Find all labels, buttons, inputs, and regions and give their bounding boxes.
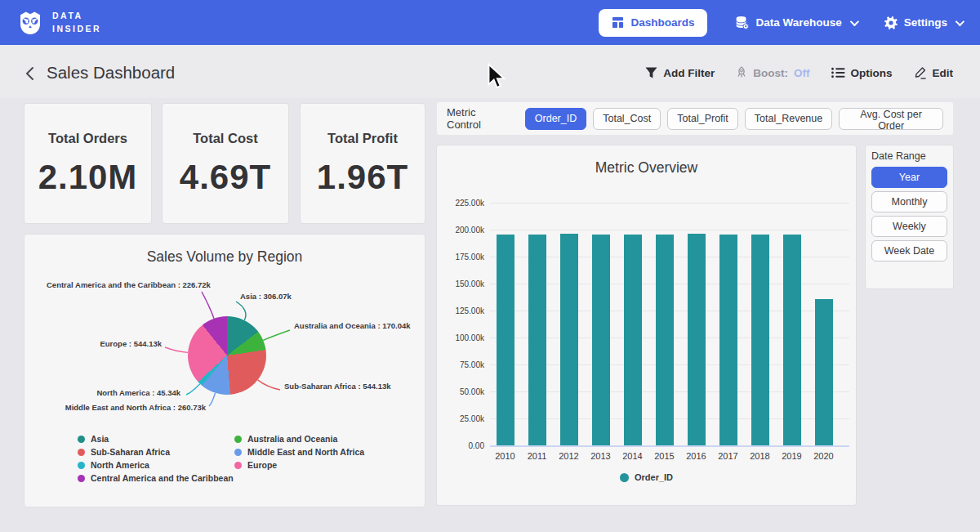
rocket-icon bbox=[736, 66, 747, 79]
legend-dot-icon bbox=[78, 462, 85, 469]
legend-label: Europe bbox=[247, 460, 277, 470]
x-axis-tick-label: 2018 bbox=[744, 451, 776, 461]
pie-callout-label: Europe : 544.13k bbox=[98, 339, 162, 348]
kpi-value: 1.96T bbox=[317, 158, 408, 197]
y-axis-tick-label: 25.00k bbox=[442, 414, 484, 423]
legend-item[interactable]: North America bbox=[78, 460, 234, 470]
x-axis-tick-label: 2016 bbox=[680, 451, 712, 461]
date-range-option-monthly[interactable]: Monthly bbox=[871, 191, 947, 212]
bar-2019 bbox=[783, 235, 801, 445]
owl-logo-icon bbox=[18, 11, 42, 35]
nav-settings[interactable]: Settings bbox=[884, 16, 962, 29]
legend-item[interactable]: Europe bbox=[234, 460, 364, 470]
legend-dot-icon bbox=[78, 475, 85, 482]
brand-text: DATA INSIDER bbox=[52, 10, 101, 34]
y-axis-tick-label: 225.00k bbox=[442, 199, 484, 208]
legend-dot-icon bbox=[620, 473, 629, 482]
legend-label: Order_ID bbox=[635, 472, 673, 482]
date-range-option-week-date[interactable]: Week Date bbox=[871, 240, 947, 262]
x-axis-tick-label: 2014 bbox=[617, 451, 648, 461]
legend-label: Central America and the Caribbean bbox=[91, 473, 234, 483]
y-axis-tick-label: 200.00k bbox=[442, 226, 484, 235]
nav-dashboards-button[interactable]: Dashboards bbox=[599, 9, 707, 37]
metric-control-label: Metric Control bbox=[447, 106, 512, 131]
y-axis-tick-label: 0.00 bbox=[442, 441, 484, 450]
metric-option-avg-cost-per-order[interactable]: Avg. Cost per Order bbox=[839, 108, 943, 130]
metric-option-total-cost[interactable]: Total_Cost bbox=[593, 108, 661, 130]
gear-icon bbox=[884, 16, 898, 29]
kpi-value: 2.10M bbox=[38, 158, 138, 197]
edit-button[interactable]: Edit bbox=[914, 66, 954, 79]
date-range-option-weekly[interactable]: Weekly bbox=[871, 216, 947, 237]
kpi-card-total-cost: Total Cost 4.69T bbox=[163, 104, 288, 223]
legend-dot-icon bbox=[78, 436, 85, 443]
bar-legend[interactable]: Order_ID bbox=[437, 472, 856, 482]
kpi-label: Total Orders bbox=[48, 131, 127, 146]
nav-dashboards-label: Dashboards bbox=[630, 16, 694, 29]
nav-data-warehouse-label: Data Warehouse bbox=[755, 16, 841, 29]
x-axis-tick-label: 2020 bbox=[808, 451, 840, 461]
legend-dot-icon bbox=[234, 436, 242, 443]
boost-value: Off bbox=[794, 67, 810, 79]
pencil-icon bbox=[914, 66, 927, 79]
legend-item[interactable]: Australia and Oceania bbox=[234, 434, 364, 444]
boost-toggle[interactable]: Boost: Off bbox=[736, 66, 809, 79]
bar-2013 bbox=[592, 235, 610, 445]
gridline bbox=[490, 230, 849, 230]
options-label: Options bbox=[851, 67, 893, 79]
legend-label: Sub-Saharan Africa bbox=[91, 447, 170, 457]
bar-2015 bbox=[656, 235, 674, 445]
back-button[interactable] bbox=[21, 65, 38, 83]
add-filter-button[interactable]: Add Filter bbox=[645, 67, 715, 79]
x-axis-tick-label: 2012 bbox=[553, 451, 585, 461]
options-button[interactable]: Options bbox=[831, 67, 893, 79]
metric-option-total-revenue[interactable]: Total_Revenue bbox=[745, 108, 832, 130]
pie-chart bbox=[188, 316, 266, 395]
nav-data-warehouse[interactable]: Data Warehouse bbox=[735, 16, 856, 29]
legend-dot-icon bbox=[234, 449, 242, 456]
x-axis-tick-label: 2011 bbox=[521, 451, 553, 461]
legend-item[interactable]: Central America and the Caribbean bbox=[78, 473, 234, 483]
date-range-label: Date Range bbox=[871, 150, 947, 162]
top-navbar: DATA INSIDER Dashboards bbox=[0, 0, 980, 45]
kpi-label: Total Profit bbox=[327, 131, 398, 146]
legend-dot-icon bbox=[78, 449, 85, 456]
list-icon bbox=[831, 67, 845, 78]
brand-logo[interactable]: DATA INSIDER bbox=[18, 10, 101, 34]
chevron-down-icon bbox=[849, 16, 858, 25]
pie-callout-label: Middle East and North Africa : 260.73k bbox=[57, 403, 206, 412]
y-axis-tick-label: 100.00k bbox=[442, 333, 484, 342]
bar-chart-card: Metric Overview 225.00k200.00k175.00k150… bbox=[437, 145, 856, 505]
date-range-option-year[interactable]: Year bbox=[871, 167, 947, 188]
chevron-left-icon bbox=[24, 66, 35, 81]
bar-2017 bbox=[719, 235, 737, 445]
x-axis-tick-label: 2015 bbox=[648, 451, 680, 461]
legend-label: Asia bbox=[91, 434, 109, 444]
page-title: Sales Dashboard bbox=[47, 63, 175, 83]
legend-label: Middle East and North Africa bbox=[247, 447, 364, 457]
legend-item[interactable]: Middle East and North Africa bbox=[234, 447, 364, 457]
date-range-panel: Date Range YearMonthlyWeeklyWeek Date bbox=[866, 145, 953, 288]
bar-2011 bbox=[528, 235, 546, 445]
y-axis-tick-label: 125.00k bbox=[442, 306, 484, 315]
filter-icon bbox=[645, 67, 657, 78]
gridline bbox=[490, 445, 849, 447]
pie-callout-label: North America : 45.34k bbox=[95, 388, 180, 397]
bar-chart-title: Metric Overview bbox=[437, 145, 856, 177]
metric-option-total-profit[interactable]: Total_Profit bbox=[667, 108, 738, 130]
x-axis-tick-label: 2017 bbox=[712, 451, 744, 461]
dashboards-icon bbox=[612, 16, 624, 29]
edit-label: Edit bbox=[933, 67, 954, 79]
app-window: DATA INSIDER Dashboards bbox=[0, 0, 980, 532]
bar-2014 bbox=[624, 235, 642, 445]
y-axis-tick-label: 150.00k bbox=[442, 279, 484, 288]
database-icon bbox=[735, 16, 749, 29]
legend-item[interactable]: Sub-Saharan Africa bbox=[78, 447, 234, 457]
bar-2018 bbox=[751, 235, 769, 445]
bar-2012 bbox=[560, 234, 578, 445]
x-axis-tick-label: 2013 bbox=[585, 451, 617, 461]
pie-chart-card: Sales Volume by Region Asia : 306.07kAus… bbox=[24, 235, 425, 507]
legend-item[interactable]: Asia bbox=[78, 434, 234, 444]
chevron-down-icon bbox=[956, 16, 964, 25]
metric-option-order-id[interactable]: Order_ID bbox=[525, 108, 586, 130]
